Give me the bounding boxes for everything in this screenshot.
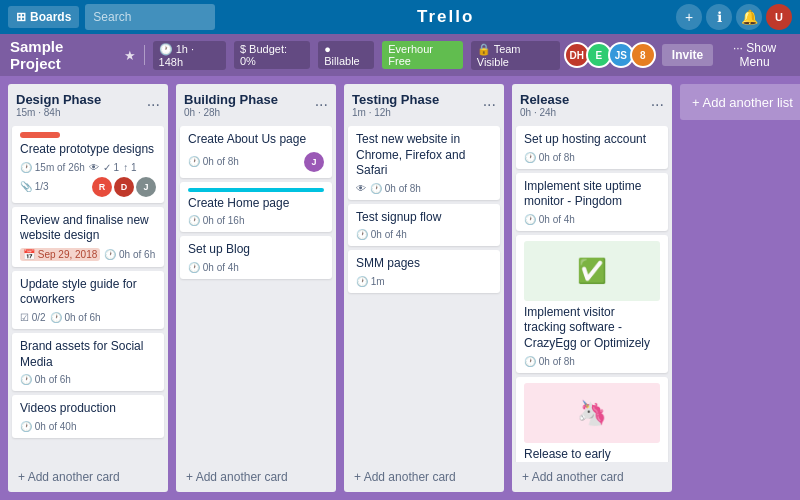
card-title: SMM pages <box>356 256 492 272</box>
card[interactable]: Update style guide for coworkers☑ 0/2🕐 0… <box>12 271 164 329</box>
grid-icon: ⊞ <box>16 10 26 24</box>
invite-button[interactable]: Invite <box>662 44 713 66</box>
app-logo: Trello <box>417 7 474 26</box>
card-avatars: J <box>304 152 324 172</box>
search-input[interactable] <box>85 4 215 30</box>
add-card-button[interactable]: + Add another card <box>180 466 332 488</box>
card[interactable]: Test signup flow🕐 0h of 4h <box>348 204 500 247</box>
card[interactable]: Review and finalise new website design📅 … <box>12 207 164 267</box>
card-date: 📅 Sep 29, 2018 <box>20 248 100 261</box>
card-meta: 🕐 0h of 40h <box>20 421 156 432</box>
card-badge: 👁 <box>89 162 99 173</box>
list-menu-button[interactable]: ··· <box>315 96 328 114</box>
card-title: Set up Blog <box>188 242 324 258</box>
user-avatar[interactable]: U <box>766 4 792 30</box>
card-title: Videos production <box>20 401 156 417</box>
boards-label: Boards <box>30 10 71 24</box>
list-title: Building Phase <box>184 92 278 107</box>
card-title: Create About Us page <box>188 132 324 148</box>
card-avatar: D <box>114 177 134 197</box>
card[interactable]: Test new website in Chrome, Firefox and … <box>348 126 500 200</box>
card[interactable]: Set up Blog🕐 0h of 4h <box>180 236 332 279</box>
add-card-button[interactable]: + Add another card <box>12 466 164 488</box>
list-title: Design Phase <box>16 92 101 107</box>
card-meta: 🕐 0h of 4h <box>356 229 492 240</box>
card[interactable]: Videos production🕐 0h of 40h <box>12 395 164 438</box>
board-header-right: DH E JS 8 Invite ··· Show Menu <box>568 41 790 69</box>
card-meta: 🕐 0h of 4h <box>524 214 660 225</box>
card[interactable]: Create About Us page🕐 0h of 8hJ <box>180 126 332 178</box>
card[interactable]: ✅Implement visitor tracking software - C… <box>516 235 668 373</box>
card-time: 🕐 0h of 4h <box>524 214 575 225</box>
list-title: Release <box>520 92 569 107</box>
card[interactable]: SMM pages🕐 1m <box>348 250 500 293</box>
board-content: Design Phase 15m · 84h ··· Create protot… <box>0 76 800 500</box>
card-time: 🕐 0h of 8h <box>188 156 239 167</box>
nav-right: + ℹ 🔔 U <box>676 4 792 30</box>
list-meta: 0h · 24h <box>520 107 569 118</box>
budget-badge: $ Budget: 0% <box>234 41 310 69</box>
card-time: 🕐 0h of 40h <box>20 421 76 432</box>
card-badge: ☑ 0/2 <box>20 312 46 323</box>
card[interactable]: Create prototype designs🕐 15m of 26h👁✓ 1… <box>12 126 164 203</box>
card-time: 🕐 0h of 16h <box>188 215 244 226</box>
card-time: 🕐 1m <box>356 276 385 287</box>
list-release: Release 0h · 24h ··· Set up hosting acco… <box>512 84 672 492</box>
list-meta: 1m · 12h <box>352 107 439 118</box>
card-meta: ☑ 0/2🕐 0h of 6h <box>20 312 156 323</box>
info-button[interactable]: ℹ <box>706 4 732 30</box>
plus-button[interactable]: + <box>676 4 702 30</box>
card-badge: 🕐 0h of 6h <box>50 312 101 323</box>
list-testing: Testing Phase 1m · 12h ··· Test new webs… <box>344 84 504 492</box>
card-time: 🕐 0h of 6h <box>104 249 155 260</box>
card[interactable]: Implement site uptime monitor - Pingdom🕐… <box>516 173 668 231</box>
card-title: Release to early adopters <box>524 447 660 462</box>
card-meta: 🕐 0h of 4h <box>188 262 324 273</box>
card[interactable]: Set up hosting account🕐 0h of 8h <box>516 126 668 169</box>
list-menu-button[interactable]: ··· <box>483 96 496 114</box>
card-image: ✅ <box>524 241 660 301</box>
add-card-button[interactable]: + Add another card <box>348 466 500 488</box>
card[interactable]: Create Home page🕐 0h of 16h <box>180 182 332 233</box>
member-avatar-8[interactable]: 8 <box>630 42 656 68</box>
card-time: 🕐 0h of 4h <box>356 229 407 240</box>
card-title: Create prototype designs <box>20 142 156 158</box>
team-badge: 🔒 Team Visible <box>471 41 560 70</box>
card-meta: 🕐 0h of 8h <box>524 152 660 163</box>
list-menu-button[interactable]: ··· <box>147 96 160 114</box>
list-building: Building Phase 0h · 28h ··· Create About… <box>176 84 336 492</box>
board-title: Sample Project <box>10 38 116 72</box>
billable-badge: ● Billable <box>318 41 374 69</box>
bell-button[interactable]: 🔔 <box>736 4 762 30</box>
card-badge: 📎 1/3 <box>20 181 49 192</box>
card-badge: 🕐 0h of 8h <box>370 183 421 194</box>
card[interactable]: 🦄Release to early adopters🕐 0h of 4h <box>516 377 668 462</box>
card-title: Set up hosting account <box>524 132 660 148</box>
card-badge: ✓ 1 <box>103 162 119 173</box>
show-menu-button[interactable]: ··· Show Menu <box>719 41 790 69</box>
card-meta: 👁🕐 0h of 8h <box>356 183 492 194</box>
time-badge: 🕐 1h · 148h <box>153 41 226 70</box>
card-meta: 🕐 1m <box>356 276 492 287</box>
divider <box>144 45 145 65</box>
add-card-button[interactable]: + Add another card <box>516 466 668 488</box>
card-title: Implement site uptime monitor - Pingdom <box>524 179 660 210</box>
list-title: Testing Phase <box>352 92 439 107</box>
card-badge: ↑ 1 <box>123 162 136 173</box>
card-time: 🕐 0h of 4h <box>188 262 239 273</box>
card-meta: 🕐 0h of 16h <box>188 215 324 226</box>
list-meta: 15m · 84h <box>16 107 101 118</box>
card-meta: 🕐 15m of 26h👁✓ 1↑ 1📎 1/3RDJ <box>20 162 156 197</box>
card-title: Test new website in Chrome, Firefox and … <box>356 132 492 179</box>
card[interactable]: Brand assets for Social Media🕐 0h of 6h <box>12 333 164 391</box>
star-button[interactable]: ★ <box>124 48 136 63</box>
board-header: Sample Project ★ 🕐 1h · 148h $ Budget: 0… <box>0 34 800 76</box>
card-badge: 👁 <box>356 183 366 194</box>
card-meta: 📅 Sep 29, 2018🕐 0h of 6h <box>20 248 156 261</box>
card-color-bar <box>188 188 324 192</box>
card-title: Create Home page <box>188 196 324 212</box>
add-list-button[interactable]: + Add another list <box>680 84 800 120</box>
everhour-badge[interactable]: Everhour Free <box>382 41 463 69</box>
boards-button[interactable]: ⊞ Boards <box>8 6 79 28</box>
list-menu-button[interactable]: ··· <box>651 96 664 114</box>
